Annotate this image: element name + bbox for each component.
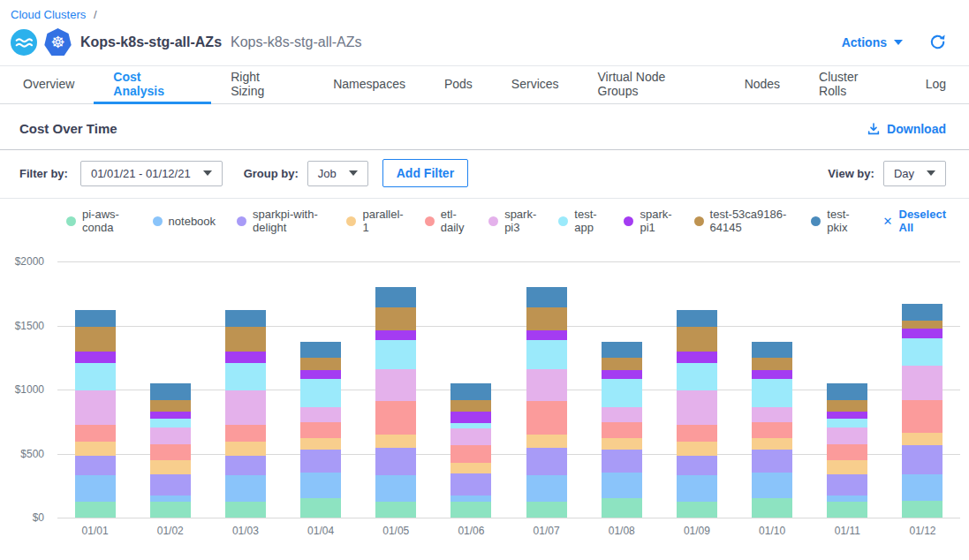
bar-segment-test-53ca9186-64145[interactable] xyxy=(450,400,491,412)
bar-segment-etl-daily[interactable] xyxy=(375,401,416,435)
bar-segment-etl-daily[interactable] xyxy=(526,401,567,435)
bar-segment-parallel-1[interactable] xyxy=(526,435,567,448)
bar-segment-spark-pi1[interactable] xyxy=(602,370,642,379)
bar-segment-sparkpi-with-delight[interactable] xyxy=(526,448,567,475)
tab-nodes[interactable]: Nodes xyxy=(725,66,799,104)
bar-segment-test-pkix[interactable] xyxy=(300,342,341,357)
bar-segment-sparkpi-with-delight[interactable] xyxy=(75,456,116,475)
bar-segment-test-53ca9186-64145[interactable] xyxy=(150,400,191,412)
bar-segment-spark-pi3[interactable] xyxy=(677,390,717,424)
bar-segment-spark-pi3[interactable] xyxy=(225,390,266,424)
add-filter-button[interactable]: Add Filter xyxy=(382,159,468,187)
bar-segment-test-pkix[interactable] xyxy=(75,310,116,327)
bar-segment-test-app[interactable] xyxy=(602,379,642,407)
bar-segment-etl-daily[interactable] xyxy=(150,444,191,461)
bar-segment-spark-pi3[interactable] xyxy=(375,369,416,401)
bar-segment-test-app[interactable] xyxy=(827,419,867,427)
bar-segment-test-pkix[interactable] xyxy=(150,383,191,400)
stacked-bar-01/04[interactable] xyxy=(300,342,341,518)
bar-segment-parallel-1[interactable] xyxy=(602,438,642,450)
bar-segment-sparkpi-with-delight[interactable] xyxy=(450,473,491,496)
legend-item-parallel-1[interactable]: parallel-1 xyxy=(346,208,403,234)
bar-segment-notebook[interactable] xyxy=(375,475,416,502)
download-button[interactable]: Download xyxy=(867,122,946,136)
bar-segment-test-app[interactable] xyxy=(225,363,266,391)
bar-segment-spark-pi3[interactable] xyxy=(75,390,116,424)
bar-segment-test-app[interactable] xyxy=(902,338,943,366)
bar-segment-parallel-1[interactable] xyxy=(375,435,416,448)
stacked-bar-01/02[interactable] xyxy=(150,383,191,518)
tab-pods[interactable]: Pods xyxy=(425,66,492,104)
bar-segment-spark-pi1[interactable] xyxy=(225,352,266,362)
bar-segment-test-pkix[interactable] xyxy=(602,342,642,357)
bar-segment-notebook[interactable] xyxy=(75,475,116,502)
tab-namespaces[interactable]: Namespaces xyxy=(314,66,425,104)
bar-segment-spark-pi3[interactable] xyxy=(300,407,341,422)
tab-services[interactable]: Services xyxy=(492,66,579,104)
bar-segment-sparkpi-with-delight[interactable] xyxy=(752,450,792,473)
tab-right-sizing[interactable]: Right Sizing xyxy=(211,66,314,104)
tab-virtual-node-groups[interactable]: Virtual Node Groups xyxy=(579,66,725,104)
bar-segment-spark-pi1[interactable] xyxy=(450,412,491,423)
tab-overview[interactable]: Overview xyxy=(4,66,94,104)
bar-segment-test-53ca9186-64145[interactable] xyxy=(75,327,116,352)
stacked-bar-01/07[interactable] xyxy=(526,287,567,518)
bar-segment-sparkpi-with-delight[interactable] xyxy=(300,450,341,473)
bar-segment-sparkpi-with-delight[interactable] xyxy=(677,456,717,475)
bar-segment-notebook[interactable] xyxy=(752,473,792,498)
bar-segment-etl-daily[interactable] xyxy=(602,422,642,438)
bar-segment-test-app[interactable] xyxy=(75,363,116,391)
bar-segment-pi-aws-conda[interactable] xyxy=(225,502,266,518)
bar-segment-test-pkix[interactable] xyxy=(450,383,491,400)
bar-segment-spark-pi1[interactable] xyxy=(677,352,717,362)
breadcrumb-cloud-clusters-link[interactable]: Cloud Clusters xyxy=(11,8,86,21)
bar-segment-notebook[interactable] xyxy=(526,475,567,502)
bar-segment-notebook[interactable] xyxy=(450,496,491,502)
bar-segment-test-53ca9186-64145[interactable] xyxy=(225,327,266,352)
deselect-all-button[interactable]: ✕Deselect All xyxy=(883,208,946,234)
bar-segment-test-53ca9186-64145[interactable] xyxy=(602,358,642,371)
bar-segment-sparkpi-with-delight[interactable] xyxy=(602,450,642,473)
bar-segment-test-app[interactable] xyxy=(375,340,416,369)
stacked-bar-01/05[interactable] xyxy=(375,287,416,518)
bar-segment-test-app[interactable] xyxy=(752,379,792,407)
bar-segment-test-pkix[interactable] xyxy=(827,383,867,400)
stacked-bar-01/09[interactable] xyxy=(677,310,717,518)
bar-segment-parallel-1[interactable] xyxy=(75,442,116,455)
bar-segment-parallel-1[interactable] xyxy=(150,460,191,473)
bar-segment-test-pkix[interactable] xyxy=(752,342,792,357)
bar-segment-test-pkix[interactable] xyxy=(677,310,717,327)
bar-segment-notebook[interactable] xyxy=(827,496,867,502)
bar-segment-etl-daily[interactable] xyxy=(75,425,116,443)
bar-segment-spark-pi1[interactable] xyxy=(75,352,116,362)
legend-item-etl-daily[interactable]: etl-daily xyxy=(425,208,467,234)
bar-segment-test-app[interactable] xyxy=(300,379,341,407)
bar-segment-parallel-1[interactable] xyxy=(677,442,717,455)
view-by-select[interactable]: Day xyxy=(883,161,946,186)
bar-segment-pi-aws-conda[interactable] xyxy=(150,502,191,518)
bar-segment-pi-aws-conda[interactable] xyxy=(300,498,341,518)
bar-segment-pi-aws-conda[interactable] xyxy=(526,502,567,518)
bar-segment-pi-aws-conda[interactable] xyxy=(827,502,867,518)
bar-segment-etl-daily[interactable] xyxy=(300,422,341,438)
bar-segment-spark-pi3[interactable] xyxy=(526,369,567,401)
bar-segment-test-app[interactable] xyxy=(526,340,567,369)
bar-segment-spark-pi1[interactable] xyxy=(526,330,567,340)
bar-segment-test-53ca9186-64145[interactable] xyxy=(902,321,943,329)
bar-segment-spark-pi3[interactable] xyxy=(902,366,943,399)
bar-segment-etl-daily[interactable] xyxy=(902,400,943,434)
bar-segment-spark-pi1[interactable] xyxy=(375,330,416,340)
bar-segment-test-pkix[interactable] xyxy=(526,287,567,306)
stacked-bar-01/12[interactable] xyxy=(902,304,943,518)
bar-segment-test-pkix[interactable] xyxy=(902,304,943,321)
bar-segment-test-53ca9186-64145[interactable] xyxy=(827,400,867,412)
bar-segment-sparkpi-with-delight[interactable] xyxy=(375,448,416,475)
bar-segment-spark-pi3[interactable] xyxy=(150,428,191,444)
bar-segment-notebook[interactable] xyxy=(300,473,341,498)
tab-log[interactable]: Log xyxy=(906,66,965,104)
bar-segment-test-53ca9186-64145[interactable] xyxy=(752,358,792,371)
bar-segment-test-pkix[interactable] xyxy=(225,310,266,327)
bar-segment-notebook[interactable] xyxy=(677,475,717,502)
bar-segment-test-app[interactable] xyxy=(677,363,717,391)
tab-cost-analysis[interactable]: Cost Analysis xyxy=(94,66,211,104)
